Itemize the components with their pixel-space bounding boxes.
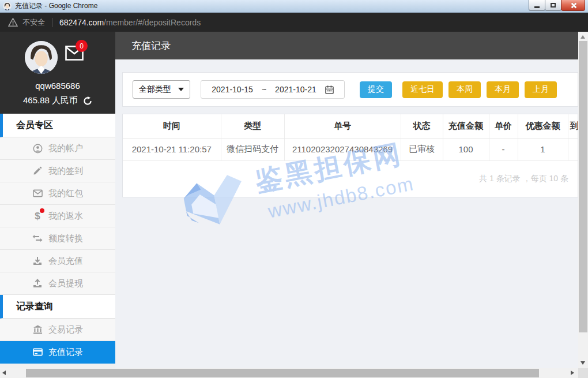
page-title: 充值记录 [131, 39, 171, 53]
horizontal-scrollbar[interactable] [0, 368, 588, 378]
filter-card: 全部类型 2021-10-15 ~ 2021-10-21 [122, 72, 578, 107]
scroll-right-arrow-icon[interactable] [571, 370, 574, 375]
pagination-summary: 共 1 条记录 ，每页 10 条 [123, 161, 578, 197]
sidebar-item-my-account[interactable]: 我的帐户 [0, 137, 115, 160]
notification-dot [40, 208, 44, 213]
sidebar-item-label: 我的返水 [48, 211, 83, 222]
submit-button[interactable]: 提交 [360, 81, 392, 98]
section-label: 记录查询 [16, 301, 53, 313]
refresh-icon[interactable] [83, 96, 92, 106]
minimize-button[interactable] [529, 0, 545, 11]
sidebar-item-my-checkin[interactable]: 我的签到 [0, 160, 115, 182]
envelope-icon [32, 188, 43, 199]
balance-value: 465.88 人民币 [23, 95, 78, 106]
withdraw-upload-icon [32, 278, 43, 289]
sidebar-item-quota-transfer[interactable]: 额度转换 [0, 227, 115, 250]
sidebar: 0 qqw685686 465.88 人民币 会员专区 [0, 32, 115, 368]
browser-window: 充值记录 - Google Chrome 不安全 682474.com/memb… [0, 0, 588, 378]
type-select-value: 全部类型 [139, 84, 171, 95]
records-table-card: 时间 类型 单号 状态 充值金额 单价 优惠金额 到 [122, 114, 578, 197]
main-panel: 充值记录 全部类型 2021-10-15 ~ 2021-10-21 [115, 32, 578, 368]
col-header-discount-amount: 优惠金额 [518, 114, 568, 138]
balance-row: 465.88 人民币 [23, 95, 92, 106]
url-bar[interactable]: 不安全 682474.com/member/#/depositRecords [0, 13, 588, 32]
sidebar-item-label: 会员提现 [48, 278, 83, 289]
sidebar-item-label: 交易记录 [48, 324, 83, 335]
quick-last7days-button[interactable]: 近七日 [402, 81, 443, 98]
scroll-left-arrow-icon[interactable] [2, 370, 6, 375]
page-header: 充值记录 [115, 32, 578, 59]
records-table: 时间 类型 单号 状态 充值金额 单价 优惠金额 到 [123, 114, 578, 161]
scroll-up-arrow-icon[interactable] [581, 35, 585, 39]
col-header-type: 类型 [221, 114, 284, 138]
sidebar-item-label: 额度转换 [48, 233, 83, 244]
date-from: 2021-10-15 [212, 85, 253, 94]
table-header-row: 时间 类型 单号 状态 充值金额 单价 优惠金额 到 [123, 114, 578, 138]
quick-lastmonth-button[interactable]: 上月 [525, 81, 557, 98]
user-block: 0 qqw685686 465.88 人民币 [0, 32, 115, 114]
sidebar-item-member-withdraw[interactable]: 会员提现 [0, 272, 115, 295]
scroll-down-arrow-icon[interactable] [581, 361, 585, 365]
bank-icon [32, 324, 43, 335]
transfer-icon [32, 233, 43, 244]
minimize-icon [534, 6, 540, 8]
col-header-order-no: 单号 [284, 114, 401, 138]
horizontal-scrollbar-thumb[interactable] [26, 369, 539, 377]
cell-order-no: 211020232027430843269 [284, 138, 401, 160]
col-header-clipped: 到 [568, 114, 578, 138]
calendar-icon [325, 85, 334, 94]
col-header-status: 状态 [401, 114, 443, 138]
avatar[interactable] [25, 41, 58, 74]
cell-deposit-amount: 100 [443, 138, 489, 160]
app-body: 0 qqw685686 465.88 人民币 会员专区 [0, 32, 588, 368]
chevron-down-icon [178, 88, 184, 91]
sidebar-item-deposit-records[interactable]: 充值记录 [0, 341, 115, 364]
vertical-scrollbar[interactable] [578, 32, 588, 368]
cell-status[interactable]: 已审核 [401, 138, 443, 160]
date-range-picker[interactable]: 2021-10-15 ~ 2021-10-21 [201, 80, 345, 99]
warning-triangle-icon [8, 18, 18, 27]
favicon-avatar-icon [3, 2, 12, 10]
page-content: 全部类型 2021-10-15 ~ 2021-10-21 [115, 59, 578, 368]
close-button[interactable] [561, 0, 585, 11]
sidebar-item-label: 我的红包 [48, 188, 83, 199]
sidebar-item-my-redpacket[interactable]: 我的红包 [0, 182, 115, 205]
maximize-icon [551, 3, 556, 8]
cell-discount-amount: 1 [518, 138, 568, 160]
user-icon [32, 143, 43, 154]
window-controls [529, 0, 585, 11]
scrollbar-corner [578, 368, 588, 378]
card-icon [32, 347, 43, 357]
cell-unit-price: - [489, 138, 518, 160]
mail-badge: 0 [76, 40, 88, 52]
sidebar-item-label: 我的帐户 [48, 143, 83, 154]
sidebar-item-member-deposit[interactable]: 会员充值 [0, 250, 115, 272]
date-to: 2021-10-21 [275, 85, 316, 94]
table-row: 2021-10-21 11:20:57 微信扫码支付 2110202320274… [123, 138, 578, 160]
sidebar-item-label: 会员充值 [48, 256, 83, 267]
quick-thismonth-button[interactable]: 本月 [487, 81, 519, 98]
quick-thisweek-button[interactable]: 本周 [448, 81, 481, 98]
cell-clipped [568, 138, 578, 160]
sidebar-item-label: 充值记录 [48, 347, 83, 358]
cell-time: 2021-10-21 11:20:57 [123, 138, 221, 160]
security-label: 不安全 [22, 17, 45, 28]
username: qqw685686 [35, 81, 80, 91]
col-header-deposit-amount: 充值金额 [443, 114, 489, 138]
cell-type: 微信扫码支付 [221, 138, 284, 160]
url-path: /member/#/depositRecords [104, 18, 201, 27]
col-header-time: 时间 [123, 114, 221, 138]
section-label: 会员专区 [16, 119, 53, 132]
vertical-scrollbar-thumb[interactable] [579, 41, 587, 332]
sidebar-item-label: 我的签到 [48, 166, 83, 177]
avatar-row: 0 [20, 41, 95, 76]
window-title: 充值记录 - Google Chrome [15, 1, 97, 11]
sidebar-item-transaction-records[interactable]: 交易记录 [0, 319, 115, 341]
sidebar-item-my-rebate[interactable]: $ 我的返水 [0, 205, 115, 227]
sidebar-menu: 会员专区 我的帐户 我的签到 [0, 114, 115, 368]
title-bar: 充值记录 - Google Chrome [0, 0, 588, 13]
dollar-icon: $ [32, 211, 43, 221]
type-select[interactable]: 全部类型 [133, 80, 190, 99]
maximize-button[interactable] [545, 0, 561, 11]
url-domain: 682474.com [59, 18, 104, 27]
